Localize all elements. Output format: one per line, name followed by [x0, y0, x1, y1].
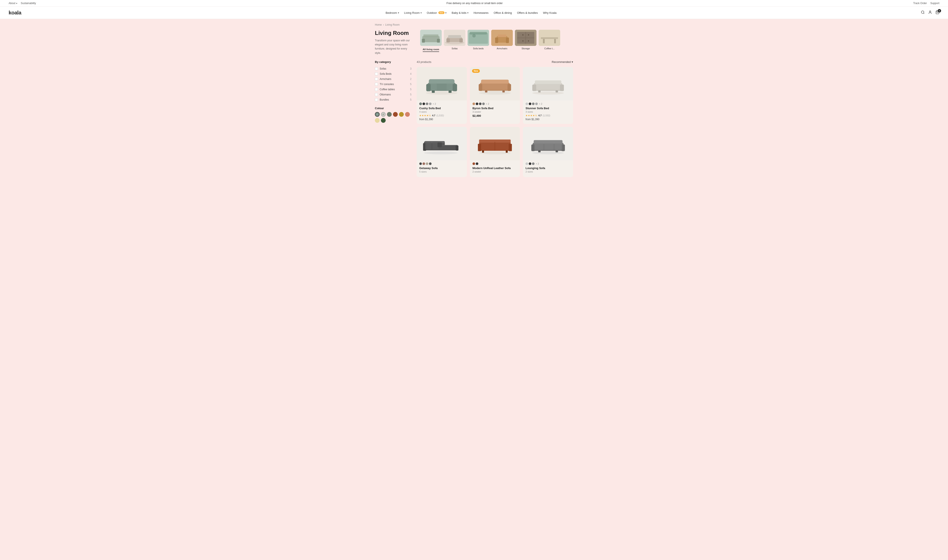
product-card-byron-sofa-bed[interactable]: New — [470, 67, 520, 124]
colour-swatch-0[interactable]: ✓ — [375, 112, 380, 117]
page-description: Transform your space with our elegant an… — [375, 38, 414, 55]
category-filter-title: By category — [375, 60, 411, 63]
filter-bundles-label: Bundles — [380, 98, 389, 101]
colour-swatch-7[interactable] — [381, 118, 386, 123]
svg-rect-33 — [541, 37, 558, 39]
breadcrumb-home[interactable]: Home — [375, 23, 382, 26]
product-card-modern-leather[interactable]: Modern UnReal Leather Sofa 2-seater — [470, 127, 520, 177]
products-count: 43 products — [417, 60, 431, 63]
product-card-lounging-sofa[interactable]: + 2 Lounging Sofa 2 sizes — [523, 127, 573, 177]
category-storage[interactable]: Storage — [515, 30, 537, 55]
nav-office-dining[interactable]: Office & dining — [494, 11, 512, 14]
product-price-cushy: from $1,390 — [419, 118, 464, 121]
filter-bundles-checkbox[interactable] — [375, 98, 378, 101]
cat-img-storage — [515, 30, 537, 46]
product-card-cushy-sofa-bed[interactable]: + 2 Cushy Sofa Bed 4 sizes ★★★★½ 4.7 (1,… — [417, 67, 467, 124]
category-armchairs[interactable]: Armchairs — [491, 30, 513, 55]
colour-swatch-1[interactable]: ✓ — [381, 112, 386, 117]
filter-sofas[interactable]: Sofas 3 — [375, 66, 411, 71]
category-coffee-tables[interactable]: Coffee t... — [539, 30, 560, 55]
filter-sofa-beds-checkbox[interactable] — [375, 72, 378, 75]
category-sofas[interactable]: Sofas — [444, 30, 465, 55]
cat-label-coffee: Coffee t... — [539, 47, 560, 51]
colour-dot-s3 — [532, 103, 534, 105]
svg-rect-17 — [470, 32, 487, 34]
filter-tv-consoles-checkbox[interactable] — [375, 83, 378, 86]
svg-rect-35 — [554, 39, 556, 43]
page-header: Living Room Transform your space with ou… — [375, 30, 573, 55]
filter-tv-consoles-count: 5 — [410, 83, 411, 86]
product-card-stunner-sofa-bed[interactable]: + 2 Stunner Sofa Bed 3 sizes ★★★★½ 4.7 (… — [523, 67, 573, 124]
colour-dot-g1 — [419, 162, 422, 165]
filter-ottomans-count: 5 — [410, 93, 411, 96]
product-name-getaway: Getaway Sofa — [419, 166, 464, 170]
colour-dot-b2 — [476, 103, 478, 105]
rating-count-cushy: (1,532) — [436, 114, 444, 117]
search-icon[interactable] — [921, 10, 925, 15]
nav-living-room[interactable]: Living Room ▾ — [404, 11, 422, 14]
colour-swatch-2[interactable] — [387, 112, 392, 117]
support-link[interactable]: Support — [930, 2, 939, 5]
colour-dot-b4 — [482, 103, 485, 105]
svg-rect-57 — [535, 80, 561, 84]
logo[interactable]: koala — [9, 10, 22, 16]
product-info-modern: Modern UnReal Leather Sofa 2-seater — [470, 160, 520, 177]
filter-armchairs[interactable]: Armchairs 2 — [375, 77, 411, 82]
svg-point-61 — [424, 152, 458, 154]
colour-swatch-3[interactable] — [393, 112, 398, 117]
nav-baby-kids[interactable]: Baby & kids ▾ — [452, 11, 468, 14]
filter-sofas-checkbox[interactable] — [375, 67, 378, 70]
colour-swatch-6[interactable] — [375, 118, 380, 123]
product-size-modern: 2-seater — [472, 170, 517, 173]
svg-rect-23 — [498, 34, 506, 37]
filter-ottomans[interactable]: Ottomans 5 — [375, 92, 411, 97]
colour-swatch-5[interactable] — [405, 112, 410, 117]
filter-armchairs-checkbox[interactable] — [375, 77, 378, 80]
product-img-getaway — [417, 127, 467, 160]
filter-tv-consoles[interactable]: TV consoles 5 — [375, 82, 411, 87]
filter-ottomans-checkbox[interactable] — [375, 93, 378, 96]
cart-count: 8 — [938, 9, 941, 12]
svg-rect-90 — [556, 150, 558, 152]
track-order-link[interactable]: Track Order — [913, 2, 927, 5]
cat-img-coffee — [539, 30, 560, 46]
filter-coffee-tables[interactable]: Coffee tables 5 — [375, 87, 411, 92]
nav-why-koala[interactable]: Why Koala — [543, 11, 557, 14]
cat-label-sofa-beds: Sofa beds — [468, 47, 489, 51]
colour-dot-l3 — [532, 162, 534, 165]
nav-offers[interactable]: Offers & bundles — [517, 11, 538, 14]
svg-rect-6 — [422, 39, 425, 43]
svg-rect-77 — [482, 150, 484, 153]
svg-rect-89 — [538, 150, 540, 152]
cat-img-all — [420, 30, 442, 46]
svg-point-2 — [930, 11, 931, 12]
header: koala Bedroom ▾ Living Room ▾ Outdoor Ne… — [0, 7, 948, 19]
sort-dropdown[interactable]: Recommended ▾ — [552, 60, 573, 63]
filter-coffee-tables-checkbox[interactable] — [375, 88, 378, 91]
nav-homewares[interactable]: Homewares — [474, 11, 488, 14]
svg-point-31 — [528, 40, 529, 42]
nav-outdoor[interactable]: Outdoor New ▾ — [427, 11, 446, 14]
nav-bedroom[interactable]: Bedroom ▾ — [386, 11, 399, 14]
colour-swatch-4[interactable] — [399, 112, 404, 117]
page-wrapper: About ▾ Sustainability Free delivery on … — [0, 0, 948, 560]
outdoor-badge: New — [439, 11, 445, 14]
about-link[interactable]: About ▾ — [9, 2, 17, 5]
svg-rect-8 — [423, 34, 439, 37]
category-sofa-beds[interactable]: Sofa beds — [468, 30, 489, 55]
svg-rect-7 — [437, 39, 440, 43]
filter-bundles[interactable]: Bundles 5 — [375, 97, 411, 102]
cart-icon[interactable]: 8 — [936, 10, 939, 15]
baby-arrow: ▾ — [467, 12, 468, 14]
category-all-living-room[interactable]: All living room — [420, 30, 442, 55]
svg-line-1 — [923, 13, 924, 14]
filter-sofa-beds[interactable]: Sofa Beds 4 — [375, 71, 411, 77]
svg-rect-71 — [437, 143, 442, 147]
sustainability-link[interactable]: Sustainability — [21, 2, 36, 5]
filter-list: Sofas 3 Sofa Beds 4 — [375, 66, 411, 102]
svg-rect-49 — [481, 80, 509, 83]
colour-dot-s1 — [525, 103, 528, 105]
product-card-getaway-sofa[interactable]: Getaway Sofa 5 sizes — [417, 127, 467, 177]
account-icon[interactable] — [928, 10, 932, 15]
product-img-modern — [470, 127, 520, 160]
